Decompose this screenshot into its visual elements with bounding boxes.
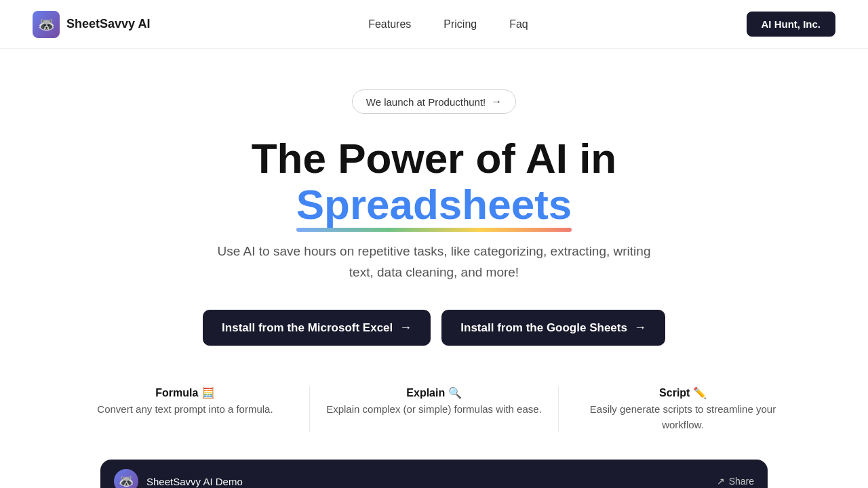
video-bar-left: 🦝 SheetSavvy AI Demo [114,469,243,488]
feature-explain-desc: Explain complex (or simple) formulas wit… [326,402,542,418]
hero-section: We launch at Producthunt! → The Power of… [0,49,868,488]
share-label: Share [729,476,754,487]
feature-formula-title: Formula 🧮 [77,386,293,399]
hero-headline: The Power of AI in Spreadsheets [129,136,739,228]
headline-highlight: Spreadsheets [296,182,572,228]
feature-script-title: Script ✏️ [575,386,791,399]
feature-script: Script ✏️ Easily generate scripts to str… [559,386,807,432]
nav-link-pricing[interactable]: Pricing [443,18,477,30]
logo-icon: 🦝 [33,11,60,38]
nav-link-features[interactable]: Features [368,18,411,30]
feature-formula-desc: Convert any text prompt into a formula. [77,402,293,418]
install-excel-button[interactable]: Install from the Microsoft Excel → [203,310,431,346]
install-excel-label: Install from the Microsoft Excel [222,321,393,335]
logo-text: SheetSavvy AI [66,17,150,31]
install-sheets-label: Install from the Google Sheets [460,321,627,335]
cta-buttons: Install from the Microsoft Excel → Insta… [203,310,665,346]
features-row: Formula 🧮 Convert any text prompt into a… [61,386,807,432]
excel-arrow-icon: → [399,321,412,335]
nav-item-faq[interactable]: Faq [509,18,528,30]
feature-formula: Formula 🧮 Convert any text prompt into a… [61,386,310,432]
feature-explain: Explain 🔍 Explain complex (or simple) fo… [310,386,559,432]
nav-item-features[interactable]: Features [368,18,411,30]
launch-badge-arrow: → [491,96,502,108]
video-section: 🦝 SheetSavvy AI Demo ↗ Share [100,460,768,488]
logo[interactable]: 🦝 SheetSavvy AI [33,11,150,38]
share-icon: ↗ [717,476,725,487]
nav-cta-button[interactable]: AI Hunt, Inc. [747,12,836,37]
video-bar: 🦝 SheetSavvy AI Demo ↗ Share [100,460,768,488]
sheets-arrow-icon: → [634,321,646,335]
headline-part1: The Power of AI in [252,135,617,182]
navbar: 🦝 SheetSavvy AI Features Pricing Faq AI … [0,0,868,49]
nav-links: Features Pricing Faq [368,18,528,30]
nav-item-pricing[interactable]: Pricing [443,18,477,30]
launch-badge-text: We launch at Producthunt! [366,96,486,108]
install-sheets-button[interactable]: Install from the Google Sheets → [441,310,665,346]
video-share[interactable]: ↗ Share [717,476,754,487]
video-avatar-emoji: 🦝 [119,474,134,488]
feature-script-desc: Easily generate scripts to streamline yo… [575,402,791,432]
launch-badge[interactable]: We launch at Producthunt! → [352,89,517,114]
video-title: SheetSavvy AI Demo [146,476,243,487]
nav-link-faq[interactable]: Faq [509,18,528,30]
feature-explain-title: Explain 🔍 [326,386,542,399]
hero-subtitle: Use AI to save hours on repetitive tasks… [217,241,651,283]
video-avatar: 🦝 [114,469,138,488]
